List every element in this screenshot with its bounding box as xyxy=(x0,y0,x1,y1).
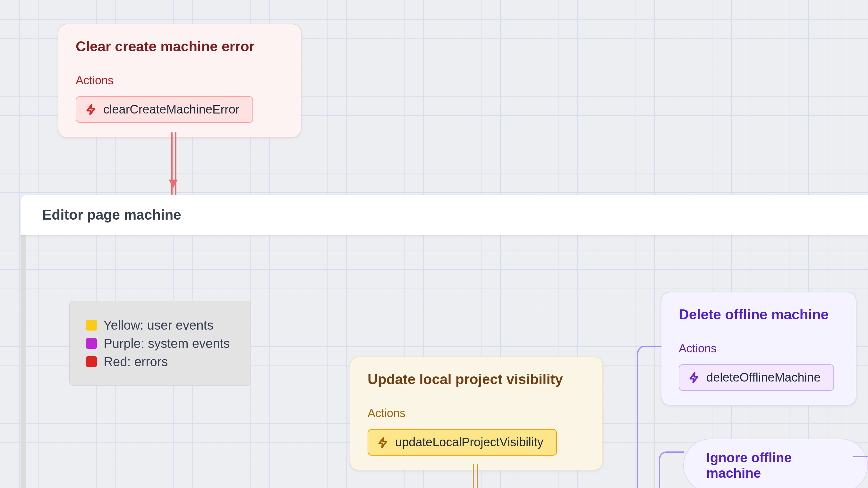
node-delete-offline-machine[interactable]: Delete offline machine Actions deleteOff… xyxy=(661,292,857,405)
legend-row-purple: Purple: system events xyxy=(86,334,230,353)
actions-label: Actions xyxy=(679,342,838,355)
bolt-icon xyxy=(85,104,97,116)
action-name: deleteOfflineMachine xyxy=(706,371,820,384)
action-name: clearCreateMachineError xyxy=(103,103,240,117)
legend-box: Yellow: user events Purple: system event… xyxy=(69,301,251,386)
connector-purple-hook-upper xyxy=(637,346,661,488)
node-title: Ignore offline machine xyxy=(706,450,792,481)
node-update-local-project-visibility[interactable]: Update local project visibility Actions … xyxy=(350,357,603,470)
legend-row-red: Red: errors xyxy=(86,353,230,371)
connector-arrowhead xyxy=(169,180,178,188)
bolt-icon xyxy=(688,372,700,384)
action-name: updateLocalProjectVisibility xyxy=(395,435,544,449)
legend-text: Red: errors xyxy=(103,355,168,369)
action-chip-delete-offline-machine[interactable]: deleteOfflineMachine xyxy=(679,364,834,391)
node-clear-create-machine-error[interactable]: Clear create machine error Actions clear… xyxy=(58,24,302,137)
node-title: Delete offline machine xyxy=(679,306,838,323)
actions-label: Actions xyxy=(368,406,585,420)
legend-swatch-red xyxy=(86,356,97,367)
connector-purple-stub-right xyxy=(853,456,868,457)
legend-swatch-yellow xyxy=(86,320,97,331)
node-title: Update local project visibility xyxy=(368,371,585,387)
action-chip-clear-create-machine-error[interactable]: clearCreateMachineError xyxy=(76,96,253,123)
legend-text: Yellow: user events xyxy=(103,318,213,332)
connector-purple-hook-lower xyxy=(659,451,684,488)
editor-machine-title: Editor page machine xyxy=(42,207,181,223)
legend-text: Purple: system events xyxy=(103,336,230,351)
actions-label: Actions xyxy=(76,74,284,87)
node-ignore-offline-machine[interactable]: Ignore offline machine xyxy=(683,438,868,488)
legend-row-yellow: Yellow: user events xyxy=(86,316,230,334)
editor-machine-header[interactable]: Editor page machine xyxy=(21,195,868,235)
node-title: Clear create machine error xyxy=(76,38,284,55)
legend-swatch-purple xyxy=(86,338,97,349)
action-chip-update-local-project-visibility[interactable]: updateLocalProjectVisibility xyxy=(368,429,557,456)
bolt-icon xyxy=(377,437,389,448)
